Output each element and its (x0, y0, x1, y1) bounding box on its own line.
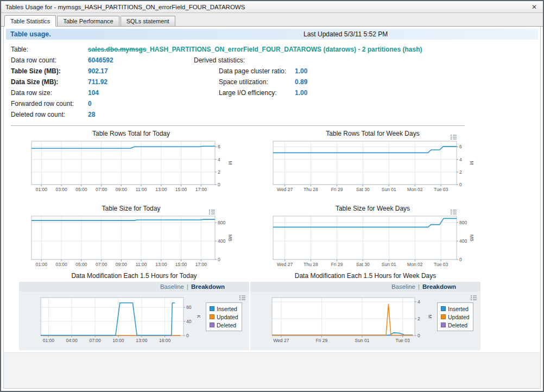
stat-value: 902.17 (88, 67, 108, 75)
derived-row-cluster-ratio: Data page cluster ratio: 1.00 (194, 66, 307, 77)
derived-row-large-io-efficiency: Large I/O efficiency: 1.00 (194, 87, 307, 98)
svg-text:16:00: 16:00 (159, 338, 171, 343)
chart-legend: Inserted Updated Deleted (206, 302, 242, 331)
svg-text:Wed 27: Wed 27 (277, 262, 293, 267)
derived-statistics: Derived statistics: Data page cluster ra… (194, 55, 307, 98)
stat-row-table: Table: sales.dbo.mymsgs_HASH_PARTITIONS_… (11, 44, 538, 55)
svg-text:13:00: 13:00 (155, 187, 167, 192)
svg-text:11:00: 11:00 (136, 262, 147, 267)
tab-table-statistics[interactable]: Table Statistics (4, 15, 56, 27)
breakdown-link[interactable]: Breakdown (191, 283, 225, 290)
chart-options-icon[interactable] (191, 209, 216, 215)
svg-text:0: 0 (218, 257, 220, 262)
window-title: Tables Usage for - mymsgs_HASH_PARTITION… (5, 4, 530, 10)
data-modification-week-block: Data Modification Each 1.5 Hours for Wee… (250, 272, 480, 350)
tables-usage-window: Tables Usage for - mymsgs_HASH_PARTITION… (0, 0, 544, 392)
baseline-link[interactable]: Baseline (391, 283, 415, 290)
svg-text:Wed 27: Wed 27 (273, 338, 289, 343)
stat-label: Data row size: (11, 89, 88, 97)
svg-text:07:00: 07:00 (89, 338, 101, 343)
chart-options-icon[interactable] (433, 134, 457, 140)
svg-text:80: 80 (186, 305, 192, 310)
svg-text:MB: MB (227, 235, 233, 242)
chart-title: Table Rows Total for Today (29, 130, 233, 137)
svg-text:05:00: 05:00 (75, 262, 87, 267)
stat-label: Data Size (MB): (11, 78, 88, 86)
svg-text:0: 0 (418, 333, 420, 338)
svg-text:17:00: 17:00 (195, 262, 207, 267)
inserted-swatch (210, 306, 214, 311)
svg-text:Mon 02: Mon 02 (407, 187, 423, 192)
rows-week-chart-canvas: 0246Wed 27Thu 28Fri 29Sat 30Sun 01Mon 02… (271, 138, 475, 193)
svg-text:09:00: 09:00 (116, 187, 128, 192)
breakdown-link[interactable]: Breakdown (422, 283, 456, 290)
bottom-filler (4, 352, 540, 388)
svg-text:07:00: 07:00 (96, 262, 107, 267)
stat-value: 0.89 (295, 78, 307, 86)
legend-item-inserted: Inserted (210, 305, 238, 313)
chart-options-icon[interactable] (433, 209, 457, 215)
deleted-swatch (441, 323, 446, 327)
legend-item-updated: Updated (210, 313, 238, 321)
baseline-link[interactable]: Baseline (160, 283, 184, 290)
tab-page-content: Table usage. Last Updated 5/3/11 5:52 PM… (3, 27, 541, 389)
svg-text:Sun 01: Sun 01 (355, 338, 370, 343)
tab-sqls-statement[interactable]: SQLs statement (121, 16, 175, 26)
svg-text:Fri 29: Fri 29 (331, 262, 343, 267)
link-separator: | (418, 283, 420, 290)
svg-text:800: 800 (218, 220, 225, 225)
svg-text:0: 0 (459, 182, 462, 187)
data-modification-week-panel: Baseline | Breakdown 024Wed 27Fri 29Sun … (250, 282, 480, 350)
data-modification-today-panel: Baseline | Breakdown 0408001:0004:0007:0… (19, 282, 249, 350)
svg-text:800: 800 (459, 220, 467, 225)
svg-text:01:00: 01:00 (36, 262, 48, 267)
svg-text:2: 2 (418, 316, 420, 321)
svg-text:07:00: 07:00 (96, 187, 107, 192)
stat-value: 711.92 (88, 78, 107, 86)
panel-header: Baseline | Breakdown (19, 282, 249, 292)
legend-label: Inserted (217, 306, 237, 312)
svg-text:0: 0 (186, 333, 189, 338)
table-name-rest: _HASH_PARTITIONS_ON_errorField_FOUR_DATA… (146, 46, 422, 53)
size-today-chart-canvas: 040080001:0003:0005:0007:0009:0011:0013:… (29, 213, 233, 268)
tab-table-performance[interactable]: Table Performance (57, 16, 119, 26)
legend-item-deleted: Deleted (210, 321, 238, 329)
stat-row-deleted-row-count: Deleted row count: 28 (11, 109, 538, 120)
stat-label: Deleted row count: (11, 111, 88, 118)
charts-grid: Table Rows Total for Today 024601:0003:0… (12, 130, 538, 268)
svg-text:M: M (469, 161, 475, 165)
inserted-swatch (441, 306, 446, 311)
table-name-value: sales.dbo.mymsgs_HASH_PARTITIONS_ON_erro… (88, 46, 422, 53)
svg-text:Sun 01: Sun 01 (382, 187, 396, 192)
svg-text:13:00: 13:00 (155, 262, 167, 267)
chart-options-icon[interactable] (470, 295, 477, 301)
window-titlebar: Tables Usage for - mymsgs_HASH_PARTITION… (1, 1, 543, 13)
legend-item-inserted: Inserted (441, 305, 470, 313)
updated-swatch (210, 314, 214, 319)
separator (11, 125, 465, 126)
stat-value: 0 (88, 100, 92, 108)
chart-rows-today: Table Rows Total for Today 024601:0003:0… (12, 130, 254, 193)
svg-text:Thu 28: Thu 28 (303, 187, 318, 192)
stats-panel: Table: sales.dbo.mymsgs_HASH_PARTITIONS_… (11, 44, 538, 121)
svg-text:Fri 29: Fri 29 (331, 187, 343, 192)
stat-row-forwarded-row-count: Forwarded row count: 0 (11, 98, 538, 109)
table-name-struck: sales.dbo.mymsgs (88, 46, 146, 53)
svg-text:M: M (427, 314, 433, 318)
derived-statistics-title: Derived statistics: (194, 55, 307, 66)
svg-text:6: 6 (459, 144, 462, 149)
legend-label: Updated (448, 314, 470, 320)
svg-text:01:00: 01:00 (36, 187, 48, 192)
svg-text:Tue 03: Tue 03 (434, 187, 448, 192)
close-icon[interactable]: ✕ (530, 3, 539, 11)
svg-text:Mon 02: Mon 02 (407, 262, 423, 267)
svg-text:09:00: 09:00 (116, 262, 128, 267)
svg-text:15:00: 15:00 (175, 262, 187, 267)
panel-body: 0408001:0004:0007:0010:0013:0016:00K Ins… (19, 292, 249, 344)
derived-row-space-utilization: Space utilization: 0.89 (194, 77, 307, 87)
chart-options-icon[interactable] (239, 295, 246, 301)
chart-legend: Inserted Updated Deleted (437, 302, 473, 331)
svg-text:Sat 30: Sat 30 (356, 262, 370, 267)
section-title: Table usage. (10, 30, 51, 38)
updated-swatch (441, 314, 446, 319)
